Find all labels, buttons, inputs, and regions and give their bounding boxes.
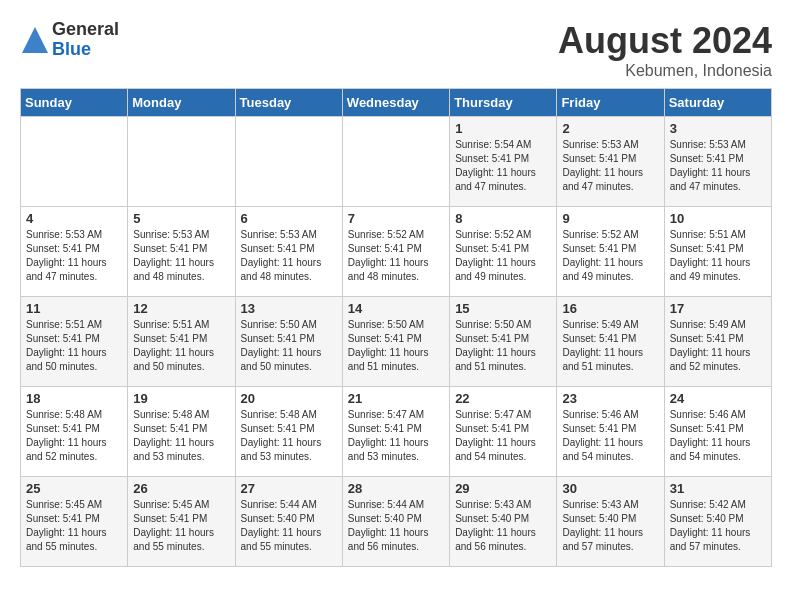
day-number: 6 bbox=[241, 211, 337, 226]
calendar-cell: 6Sunrise: 5:53 AM Sunset: 5:41 PM Daylig… bbox=[235, 207, 342, 297]
day-info: Sunrise: 5:50 AM Sunset: 5:41 PM Dayligh… bbox=[455, 318, 551, 374]
weekday-monday: Monday bbox=[128, 89, 235, 117]
day-number: 8 bbox=[455, 211, 551, 226]
calendar-header: SundayMondayTuesdayWednesdayThursdayFrid… bbox=[21, 89, 772, 117]
calendar-table: SundayMondayTuesdayWednesdayThursdayFrid… bbox=[20, 88, 772, 567]
logo-icon bbox=[20, 25, 50, 55]
calendar-cell: 2Sunrise: 5:53 AM Sunset: 5:41 PM Daylig… bbox=[557, 117, 664, 207]
weekday-tuesday: Tuesday bbox=[235, 89, 342, 117]
calendar-cell: 15Sunrise: 5:50 AM Sunset: 5:41 PM Dayli… bbox=[450, 297, 557, 387]
calendar-cell: 20Sunrise: 5:48 AM Sunset: 5:41 PM Dayli… bbox=[235, 387, 342, 477]
day-info: Sunrise: 5:53 AM Sunset: 5:41 PM Dayligh… bbox=[241, 228, 337, 284]
day-info: Sunrise: 5:53 AM Sunset: 5:41 PM Dayligh… bbox=[133, 228, 229, 284]
calendar-cell: 7Sunrise: 5:52 AM Sunset: 5:41 PM Daylig… bbox=[342, 207, 449, 297]
day-info: Sunrise: 5:48 AM Sunset: 5:41 PM Dayligh… bbox=[133, 408, 229, 464]
calendar-cell: 14Sunrise: 5:50 AM Sunset: 5:41 PM Dayli… bbox=[342, 297, 449, 387]
day-info: Sunrise: 5:43 AM Sunset: 5:40 PM Dayligh… bbox=[562, 498, 658, 554]
calendar-cell: 10Sunrise: 5:51 AM Sunset: 5:41 PM Dayli… bbox=[664, 207, 771, 297]
day-info: Sunrise: 5:45 AM Sunset: 5:41 PM Dayligh… bbox=[133, 498, 229, 554]
day-info: Sunrise: 5:49 AM Sunset: 5:41 PM Dayligh… bbox=[670, 318, 766, 374]
page-header: General Blue August 2024 Kebumen, Indone… bbox=[20, 20, 772, 80]
calendar-cell: 8Sunrise: 5:52 AM Sunset: 5:41 PM Daylig… bbox=[450, 207, 557, 297]
day-number: 4 bbox=[26, 211, 122, 226]
calendar-cell bbox=[128, 117, 235, 207]
day-info: Sunrise: 5:43 AM Sunset: 5:40 PM Dayligh… bbox=[455, 498, 551, 554]
calendar-cell: 26Sunrise: 5:45 AM Sunset: 5:41 PM Dayli… bbox=[128, 477, 235, 567]
day-number: 22 bbox=[455, 391, 551, 406]
calendar-cell: 4Sunrise: 5:53 AM Sunset: 5:41 PM Daylig… bbox=[21, 207, 128, 297]
day-number: 13 bbox=[241, 301, 337, 316]
day-number: 2 bbox=[562, 121, 658, 136]
day-number: 12 bbox=[133, 301, 229, 316]
weekday-friday: Friday bbox=[557, 89, 664, 117]
calendar-cell: 9Sunrise: 5:52 AM Sunset: 5:41 PM Daylig… bbox=[557, 207, 664, 297]
logo-text: General Blue bbox=[52, 20, 119, 60]
calendar-cell: 17Sunrise: 5:49 AM Sunset: 5:41 PM Dayli… bbox=[664, 297, 771, 387]
day-info: Sunrise: 5:50 AM Sunset: 5:41 PM Dayligh… bbox=[348, 318, 444, 374]
calendar-week-2: 4Sunrise: 5:53 AM Sunset: 5:41 PM Daylig… bbox=[21, 207, 772, 297]
calendar-cell: 19Sunrise: 5:48 AM Sunset: 5:41 PM Dayli… bbox=[128, 387, 235, 477]
calendar-cell: 23Sunrise: 5:46 AM Sunset: 5:41 PM Dayli… bbox=[557, 387, 664, 477]
day-number: 31 bbox=[670, 481, 766, 496]
calendar-cell: 21Sunrise: 5:47 AM Sunset: 5:41 PM Dayli… bbox=[342, 387, 449, 477]
day-number: 15 bbox=[455, 301, 551, 316]
day-number: 10 bbox=[670, 211, 766, 226]
day-number: 16 bbox=[562, 301, 658, 316]
weekday-saturday: Saturday bbox=[664, 89, 771, 117]
day-number: 21 bbox=[348, 391, 444, 406]
day-number: 30 bbox=[562, 481, 658, 496]
calendar-cell: 27Sunrise: 5:44 AM Sunset: 5:40 PM Dayli… bbox=[235, 477, 342, 567]
day-info: Sunrise: 5:44 AM Sunset: 5:40 PM Dayligh… bbox=[241, 498, 337, 554]
day-info: Sunrise: 5:42 AM Sunset: 5:40 PM Dayligh… bbox=[670, 498, 766, 554]
day-info: Sunrise: 5:51 AM Sunset: 5:41 PM Dayligh… bbox=[133, 318, 229, 374]
calendar-cell: 3Sunrise: 5:53 AM Sunset: 5:41 PM Daylig… bbox=[664, 117, 771, 207]
svg-marker-0 bbox=[22, 27, 48, 53]
day-info: Sunrise: 5:49 AM Sunset: 5:41 PM Dayligh… bbox=[562, 318, 658, 374]
calendar-cell: 11Sunrise: 5:51 AM Sunset: 5:41 PM Dayli… bbox=[21, 297, 128, 387]
calendar-cell: 30Sunrise: 5:43 AM Sunset: 5:40 PM Dayli… bbox=[557, 477, 664, 567]
day-info: Sunrise: 5:53 AM Sunset: 5:41 PM Dayligh… bbox=[670, 138, 766, 194]
day-number: 5 bbox=[133, 211, 229, 226]
calendar-cell: 13Sunrise: 5:50 AM Sunset: 5:41 PM Dayli… bbox=[235, 297, 342, 387]
day-number: 17 bbox=[670, 301, 766, 316]
calendar-week-5: 25Sunrise: 5:45 AM Sunset: 5:41 PM Dayli… bbox=[21, 477, 772, 567]
day-number: 11 bbox=[26, 301, 122, 316]
day-number: 24 bbox=[670, 391, 766, 406]
calendar-cell: 29Sunrise: 5:43 AM Sunset: 5:40 PM Dayli… bbox=[450, 477, 557, 567]
calendar-cell: 1Sunrise: 5:54 AM Sunset: 5:41 PM Daylig… bbox=[450, 117, 557, 207]
calendar-week-4: 18Sunrise: 5:48 AM Sunset: 5:41 PM Dayli… bbox=[21, 387, 772, 477]
day-number: 23 bbox=[562, 391, 658, 406]
day-number: 7 bbox=[348, 211, 444, 226]
title-block: August 2024 Kebumen, Indonesia bbox=[558, 20, 772, 80]
weekday-row: SundayMondayTuesdayWednesdayThursdayFrid… bbox=[21, 89, 772, 117]
day-info: Sunrise: 5:52 AM Sunset: 5:41 PM Dayligh… bbox=[562, 228, 658, 284]
logo-blue: Blue bbox=[52, 40, 119, 60]
day-info: Sunrise: 5:52 AM Sunset: 5:41 PM Dayligh… bbox=[348, 228, 444, 284]
day-number: 19 bbox=[133, 391, 229, 406]
day-number: 9 bbox=[562, 211, 658, 226]
day-info: Sunrise: 5:47 AM Sunset: 5:41 PM Dayligh… bbox=[348, 408, 444, 464]
location: Kebumen, Indonesia bbox=[558, 62, 772, 80]
calendar-cell: 31Sunrise: 5:42 AM Sunset: 5:40 PM Dayli… bbox=[664, 477, 771, 567]
weekday-sunday: Sunday bbox=[21, 89, 128, 117]
day-number: 1 bbox=[455, 121, 551, 136]
calendar-cell: 22Sunrise: 5:47 AM Sunset: 5:41 PM Dayli… bbox=[450, 387, 557, 477]
day-info: Sunrise: 5:51 AM Sunset: 5:41 PM Dayligh… bbox=[26, 318, 122, 374]
calendar-cell: 28Sunrise: 5:44 AM Sunset: 5:40 PM Dayli… bbox=[342, 477, 449, 567]
day-info: Sunrise: 5:48 AM Sunset: 5:41 PM Dayligh… bbox=[241, 408, 337, 464]
calendar-cell: 12Sunrise: 5:51 AM Sunset: 5:41 PM Dayli… bbox=[128, 297, 235, 387]
day-number: 20 bbox=[241, 391, 337, 406]
calendar-cell bbox=[342, 117, 449, 207]
calendar-week-3: 11Sunrise: 5:51 AM Sunset: 5:41 PM Dayli… bbox=[21, 297, 772, 387]
logo: General Blue bbox=[20, 20, 119, 60]
day-info: Sunrise: 5:45 AM Sunset: 5:41 PM Dayligh… bbox=[26, 498, 122, 554]
calendar-cell: 18Sunrise: 5:48 AM Sunset: 5:41 PM Dayli… bbox=[21, 387, 128, 477]
calendar-cell: 24Sunrise: 5:46 AM Sunset: 5:41 PM Dayli… bbox=[664, 387, 771, 477]
calendar-body: 1Sunrise: 5:54 AM Sunset: 5:41 PM Daylig… bbox=[21, 117, 772, 567]
day-info: Sunrise: 5:46 AM Sunset: 5:41 PM Dayligh… bbox=[562, 408, 658, 464]
day-info: Sunrise: 5:44 AM Sunset: 5:40 PM Dayligh… bbox=[348, 498, 444, 554]
calendar-cell bbox=[235, 117, 342, 207]
day-info: Sunrise: 5:54 AM Sunset: 5:41 PM Dayligh… bbox=[455, 138, 551, 194]
weekday-thursday: Thursday bbox=[450, 89, 557, 117]
calendar-week-1: 1Sunrise: 5:54 AM Sunset: 5:41 PM Daylig… bbox=[21, 117, 772, 207]
